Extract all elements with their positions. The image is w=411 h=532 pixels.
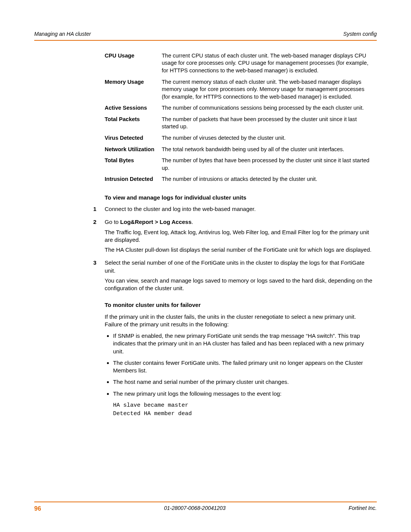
step-body: Go to Log&Report > Log Access. The Traff… (105, 218, 373, 256)
desc: The current memory status of each cluste… (162, 78, 373, 105)
section-heading: To view and manage logs for individual c… (105, 194, 373, 201)
desc: The number of bytes that have been proce… (162, 157, 373, 176)
step-body: Select the serial number of one of the F… (105, 259, 373, 294)
term: Intrusion Detected (105, 176, 162, 187)
desc: The number of packets that have been pro… (162, 116, 373, 134)
table-row: CPU Usage The current CPU status of each… (105, 52, 373, 78)
page-number: 96 (34, 505, 41, 513)
step: 2 Go to Log&Report > Log Access. The Tra… (105, 218, 373, 256)
text-trail: . (191, 219, 193, 225)
term: Total Bytes (105, 157, 162, 176)
step: 1 Connect to the cluster and log into th… (105, 205, 373, 215)
section-heading: To monitor cluster units for failover (105, 301, 373, 309)
footer-row: 96 01-28007-0068-20041203 Fortinet Inc. (34, 505, 377, 513)
list-item: If SNMP is enabled, the new primary Fort… (113, 332, 373, 355)
list-item: The host name and serial number of the p… (113, 378, 373, 386)
step: 3 Select the serial number of one of the… (105, 259, 373, 294)
step-text: You can view, search and manage logs sav… (105, 277, 373, 292)
document-id: 01-28007-0068-20041203 (164, 505, 226, 513)
company-name: Fortinet Inc. (349, 505, 377, 513)
code-block: HA slave became master Detected HA membe… (113, 401, 373, 419)
step-text: The Traffic log, Event log, Attack log, … (105, 228, 373, 244)
term: Total Packets (105, 116, 162, 134)
definition-table: CPU Usage The current CPU status of each… (105, 52, 373, 187)
code-line: HA slave became master (113, 401, 373, 410)
desc: The total network bandwidth being used b… (162, 146, 373, 157)
code-line: Detected HA member dead (113, 410, 373, 419)
list-item: The cluster contains fewer FortiGate uni… (113, 359, 373, 375)
text-lead: Go to (105, 219, 120, 225)
list-item: The new primary unit logs the following … (113, 390, 373, 398)
main-content: CPU Usage The current CPU status of each… (105, 52, 373, 419)
table-row: Memory Usage The current memory status o… (105, 78, 373, 105)
step-number: 3 (93, 259, 105, 294)
step-text: Select the serial number of one of the F… (105, 259, 373, 275)
desc: The number of intrusions or attacks dete… (162, 176, 373, 187)
step-text: Connect to the cluster and log into the … (105, 205, 373, 213)
page-header: Managing an HA cluster System config (34, 30, 377, 38)
table-row: Total Packets The number of packets that… (105, 116, 373, 134)
header-rule (34, 40, 377, 41)
header-right: System config (343, 30, 377, 38)
page-footer: 96 01-28007-0068-20041203 Fortinet Inc. (34, 502, 377, 513)
desc: The current CPU status of each cluster u… (162, 52, 373, 78)
step-number: 2 (93, 218, 105, 256)
step-number: 1 (93, 205, 105, 215)
table-row: Intrusion Detected The number of intrusi… (105, 176, 373, 187)
header-left: Managing an HA cluster (34, 30, 91, 38)
step-body: Connect to the cluster and log into the … (105, 205, 373, 215)
menu-path: Log&Report > Log Access (120, 219, 191, 225)
table-row: Active Sessions The number of communicat… (105, 104, 373, 116)
table-row: Total Bytes The number of bytes that hav… (105, 157, 373, 176)
term: Virus Detected (105, 134, 162, 146)
step-text: Go to Log&Report > Log Access. (105, 218, 373, 226)
term: Active Sessions (105, 104, 162, 116)
table-row: Virus Detected The number of viruses det… (105, 134, 373, 146)
desc: The number of communications sessions be… (162, 104, 373, 116)
intro-text: If the primary unit in the cluster fails… (105, 313, 373, 329)
term: CPU Usage (105, 52, 162, 78)
page: Managing an HA cluster System config CPU… (0, 0, 411, 434)
desc: The number of viruses detected by the cl… (162, 134, 373, 146)
footer-rule (34, 502, 377, 502)
step-text: The HA Cluster pull-down list displays t… (105, 246, 373, 254)
bullet-list: If SNMP is enabled, the new primary Fort… (105, 332, 373, 398)
term: Network Utilization (105, 146, 162, 157)
term: Memory Usage (105, 78, 162, 105)
table-row: Network Utilization The total network ba… (105, 146, 373, 157)
